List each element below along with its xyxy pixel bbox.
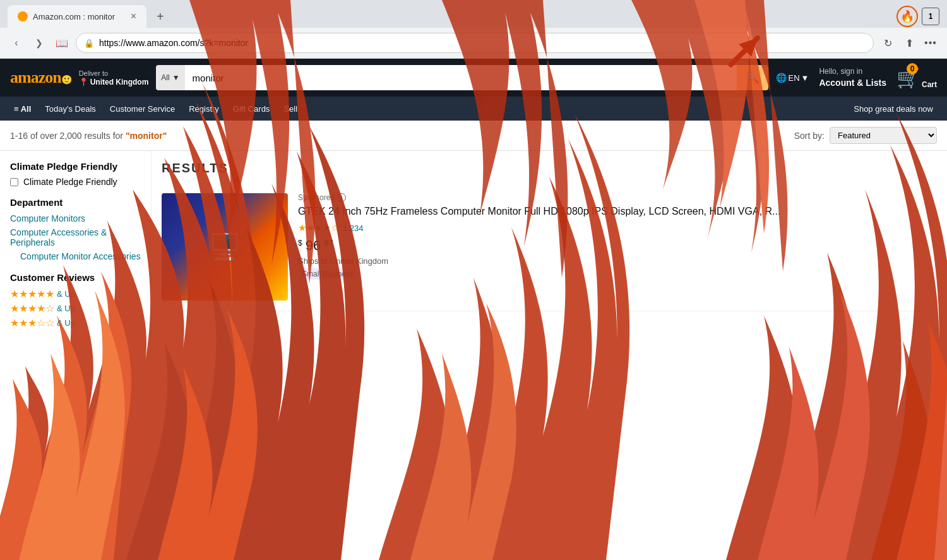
new-tab-btn[interactable]: + <box>152 7 169 27</box>
lang-chevron-icon: ▼ <box>801 73 809 83</box>
product-price: $ 96 87 <box>298 237 937 254</box>
product-stars: ★★★★☆ <box>298 222 339 234</box>
nav-item-shop-deals[interactable]: Shop great deals now <box>847 99 939 119</box>
browser-controls: ‹ ❯ 📖 🔒 https://www.amazon.com/s?k=monit… <box>0 28 947 58</box>
product-title[interactable]: GTEK 24 Inch 75Hz Frameless Computer Mon… <box>298 205 937 218</box>
browser-chrome: Amazon.com : monitor × + 🔥 1 ‹ ❯ 📖 🔒 htt… <box>0 0 947 59</box>
language-selector[interactable]: 🌐 EN ▼ <box>776 73 809 83</box>
nav-item-customer-service[interactable]: Customer Service <box>104 99 181 119</box>
product-image-placeholder: 🖥️ <box>162 193 288 301</box>
tab-favicon <box>18 11 28 21</box>
sponsored-info-icon[interactable]: ℹ <box>337 193 346 202</box>
sidebar-link-monitor-accessories[interactable]: Computer Monitor Accessories <box>20 251 141 262</box>
stars-2: ★★★☆☆ <box>10 317 54 329</box>
delivery-info: Ships to United Kingdom <box>298 256 937 266</box>
address-bar-secure-icon: 🔒 <box>84 39 94 48</box>
deliver-to[interactable]: Deliver to 📍 United Kingdom <box>79 69 149 86</box>
nav-item-gift-cards[interactable]: Gift Cards <box>227 99 277 119</box>
sidebar-link-accessories[interactable]: Computer Accessories & Peripherals <box>10 227 141 248</box>
more-btn[interactable]: ••• <box>922 34 939 52</box>
fire-button[interactable]: 🔥 <box>896 6 918 27</box>
share-btn[interactable]: ⬆ <box>900 34 918 52</box>
stars-3: ★★★★☆ <box>10 302 54 314</box>
tab-close-btn[interactable]: × <box>131 11 136 22</box>
sort-bar: Sort by: Featured Price: Low to High Pri… <box>794 127 937 144</box>
search-category-select[interactable]: All ▼ <box>156 65 184 90</box>
results-area: Climate Pledge Friendly Climate Pledge F… <box>0 151 947 530</box>
back-btn[interactable]: ‹ <box>8 34 25 52</box>
results-count-text: 1-16 of over 2,000 results for "monitor" <box>10 131 167 141</box>
product-image[interactable]: 🖥️ <box>162 193 288 301</box>
chevron-down-icon: ▼ <box>172 73 180 82</box>
cart-btn[interactable]: 0 🛒 Cart <box>896 67 937 89</box>
forward-btn[interactable]: ❯ <box>30 34 48 52</box>
small-business-badge: Small Business <box>298 268 357 280</box>
nav-item-registry[interactable]: Registry <box>182 99 225 119</box>
star-filter-3up[interactable]: ★★★★☆ & Up <box>10 302 141 314</box>
amazon-nav: ≡ All Today's Deals Customer Service Reg… <box>0 97 947 121</box>
stars-4: ★★★★★ <box>10 288 54 300</box>
product-card: 🖥️ Sponsored ℹ GTEK 24 Inch 75Hz Framele… <box>162 183 937 311</box>
stars-4-label: & Up <box>57 289 75 299</box>
sidebar: Climate Pledge Friendly Climate Pledge F… <box>0 151 152 530</box>
sidebar-link-computer-monitors[interactable]: Computer Monitors <box>10 213 141 224</box>
nav-item-sell[interactable]: Sell <box>277 99 304 119</box>
address-bar[interactable]: 🔒 https://www.amazon.com/s?k=monitor <box>76 33 874 53</box>
results-label: RESULTS <box>162 161 937 176</box>
tab-title: Amazon.com : monitor <box>33 12 115 21</box>
star-filter-2up[interactable]: ★★★☆☆ & Up <box>10 317 141 329</box>
star-filter-4up[interactable]: ★★★★★ & Up <box>10 288 141 300</box>
results-header: 1-16 of over 2,000 results for "monitor"… <box>0 121 947 151</box>
browser-tab[interactable]: Amazon.com : monitor × <box>8 5 146 28</box>
nav-item-all[interactable]: ≡ All <box>8 99 37 119</box>
url-input[interactable]: https://www.amazon.com/s?k=monitor <box>99 38 866 48</box>
amazon-header: amazon🙂 Deliver to 📍 United Kingdom All … <box>0 59 947 97</box>
sponsored-badge: Sponsored ℹ <box>298 193 937 202</box>
product-info: Sponsored ℹ GTEK 24 Inch 75Hz Frameless … <box>298 193 937 301</box>
tab-bar: Amazon.com : monitor × + 🔥 1 <box>0 0 947 28</box>
sort-select[interactable]: Featured Price: Low to High Price: High … <box>830 127 937 144</box>
product-rating: ★★★★☆ 1,234 <box>298 222 937 234</box>
climate-checkbox[interactable] <box>10 178 18 186</box>
department-section-title: Department <box>10 197 141 208</box>
reviews-section-title: Customer Reviews <box>10 272 141 283</box>
amazon-search-input[interactable]: monitor <box>185 65 737 90</box>
stars-3-label: & Up <box>57 304 75 313</box>
climate-section-title: Climate Pledge Friendly <box>10 161 141 172</box>
tab-count-button[interactable]: 1 <box>922 8 939 25</box>
product-results: RESULTS 🖥️ Sponsored ℹ GTEK 24 Inch 75Hz… <box>152 151 947 530</box>
bookmarks-btn[interactable]: 📖 <box>53 34 71 52</box>
stars-2-label: & Up <box>57 318 75 328</box>
product-review-count[interactable]: 1,234 <box>343 223 364 233</box>
browser-top-actions: 🔥 1 <box>896 6 939 27</box>
account-menu[interactable]: Hello, sign in Account & Lists <box>819 67 886 88</box>
nav-item-deals[interactable]: Today's Deals <box>39 99 102 119</box>
climate-checkbox-label: Climate Pledge Friendly <box>23 177 117 187</box>
amazon-header-right: 🌐 EN ▼ Hello, sign in Account & Lists 0 … <box>776 67 937 89</box>
amazon-search-bar: All ▼ monitor 🔍 <box>156 65 768 90</box>
climate-checkbox-item[interactable]: Climate Pledge Friendly <box>10 177 141 187</box>
browser-actions: ↻ ⬆ ••• <box>879 34 939 52</box>
refresh-btn[interactable]: ↻ <box>879 34 896 52</box>
amazon-page: amazon🙂 Deliver to 📍 United Kingdom All … <box>0 59 947 530</box>
amazon-search-btn[interactable]: 🔍 <box>737 65 768 90</box>
amazon-logo[interactable]: amazon🙂 <box>10 68 71 87</box>
